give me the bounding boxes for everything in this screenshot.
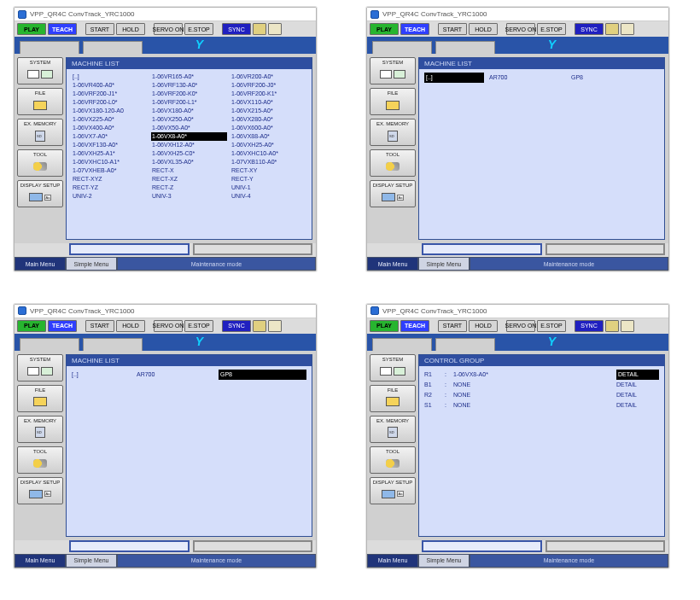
sync-button[interactable]: SYNC [222, 23, 251, 35]
list-item[interactable]: AR700 [137, 370, 213, 380]
list-item[interactable]: 1-06VXL35-A0* [151, 158, 227, 166]
menu-main[interactable]: Main Menu [15, 257, 66, 271]
list-item[interactable]: 1-06VX280-A0* [230, 115, 306, 124]
clipboard-icon[interactable] [605, 23, 619, 35]
list-item[interactable]: 1-06VX600-A0* [230, 124, 306, 132]
list-item[interactable]: 1-07VXB110-A0* [230, 158, 306, 166]
list-item[interactable]: UNIV-3 [151, 192, 227, 201]
detail-button[interactable]: DETAIL [616, 390, 659, 400]
tab-2[interactable] [83, 41, 143, 54]
menu-simple[interactable]: Simple Menu [66, 257, 117, 271]
sidebar-tool[interactable]: TOOL [370, 149, 416, 177]
list-item[interactable]: 1-06VRF200-L1* [151, 98, 227, 107]
sidebar-exmemory[interactable]: EX. MEMORY [17, 416, 63, 443]
sidebar-exmemory[interactable]: EX. MEMORY [370, 416, 416, 443]
sidebar-exmemory[interactable]: EX. MEMORY [370, 119, 416, 146]
list-item[interactable]: 1-06VXH12-A0* [151, 141, 227, 149]
list-item[interactable]: 1-06VRF200-J1* [72, 90, 148, 98]
list-item[interactable]: 1-06VX88-A0* [230, 132, 306, 141]
sidebar-display[interactable]: DISPLAY SETUPAa [370, 477, 416, 504]
list-item[interactable]: 1-06VX215-A0* [230, 107, 306, 115]
list-item[interactable]: 1-06VX8-A0* [151, 132, 227, 141]
list-item[interactable]: 1-06VXHC10-A1* [72, 158, 148, 166]
sidebar-display[interactable]: DISPLAY SETUPAa [17, 477, 63, 504]
list-item[interactable]: RECT-Z [151, 183, 227, 192]
sidebar-tool[interactable]: TOOL [17, 446, 63, 474]
list-item[interactable]: 1-06VRF200-K1* [230, 90, 306, 98]
servo-button[interactable]: SERVO ON [506, 23, 535, 35]
sidebar-exmemory[interactable]: EX. MEMORY [17, 119, 63, 146]
sidebar-tool[interactable]: TOOL [17, 149, 63, 177]
sidebar-file[interactable]: FILE [370, 88, 416, 115]
list-item[interactable]: 1-06VRF200-L0* [72, 98, 148, 107]
list-item[interactable]: RECT-XY [230, 166, 306, 175]
list-item[interactable]: 1-07VXHEB-A0* [72, 166, 148, 175]
list-item[interactable]: 1-06VX180-A0* [151, 107, 227, 115]
tab-1[interactable] [20, 41, 79, 54]
list-item[interactable]: RECT-YZ [72, 183, 148, 192]
list-item[interactable]: 1-06VX7-A0* [72, 132, 148, 141]
play-button[interactable]: PLAY [370, 23, 399, 35]
clipboard-icon[interactable] [253, 23, 266, 35]
teach-button[interactable]: TEACH [48, 23, 77, 35]
list-item[interactable]: 1-06VX400-A0* [72, 124, 148, 132]
list-item[interactable]: 1-06VRF130-A0* [151, 81, 227, 90]
start-button[interactable]: START [438, 23, 467, 35]
list-item[interactable]: 1-06VXH25-A1* [72, 149, 148, 158]
start-button[interactable]: START [85, 23, 114, 35]
list-item[interactable]: 1-06VR400-A0* [72, 81, 148, 90]
list-item[interactable]: RECT-Y [230, 175, 306, 183]
sync-button[interactable]: SYNC [575, 23, 604, 35]
detail-button[interactable]: DETAIL [616, 370, 659, 380]
teach-button[interactable]: TEACH [400, 23, 429, 35]
list-item[interactable]: RECT-XZ [151, 175, 227, 183]
detail-button[interactable]: DETAIL [616, 400, 659, 411]
sidebar-display[interactable]: DISPLAY SETUP Aa [17, 180, 63, 207]
list-item[interactable]: 1-06VX180-120-A0 [72, 107, 148, 115]
list-item[interactable]: 1-06VRF200-J0* [230, 81, 306, 90]
list-item[interactable]: UNIV-4 [230, 192, 306, 201]
list-item[interactable]: 1-06VR200-A0* [230, 73, 306, 81]
list-item[interactable]: UNIV-1 [230, 183, 306, 192]
hold-button[interactable]: HOLD [116, 23, 145, 35]
list-item[interactable]: GP8 [219, 370, 306, 380]
sidebar-tool[interactable]: TOOL [370, 446, 416, 474]
trash-icon[interactable] [268, 23, 282, 35]
sidebar-system[interactable]: SYSTEM [17, 354, 63, 382]
list-item[interactable]: 1-06VRF200-K0* [151, 90, 227, 98]
sidebar-system[interactable]: SYSTEM [370, 354, 416, 382]
sidebar-system[interactable]: SYSTEM [370, 57, 416, 84]
list-item[interactable]: 1-06VR165-A0* [151, 73, 227, 81]
menu-main[interactable]: Main Menu [367, 257, 418, 271]
menu-maint[interactable]: Maintenance mode [470, 257, 668, 271]
menu-maint[interactable]: Maintenance mode [117, 257, 316, 271]
list-item[interactable]: 1-06VXH25-C0* [151, 149, 227, 158]
sidebar-file[interactable]: FILE [17, 88, 63, 115]
estop-button[interactable]: E.STOP [184, 23, 213, 35]
detail-button[interactable]: DETAIL [616, 380, 659, 390]
input-field-2[interactable] [193, 243, 313, 255]
sidebar-system[interactable]: SYSTEM [17, 57, 63, 84]
list-item[interactable]: 1-06VX50-A0* [151, 124, 227, 132]
list-item[interactable]: 1-06VXHC10-A0* [230, 149, 306, 158]
play-button[interactable]: PLAY [17, 23, 46, 35]
sidebar-display[interactable]: DISPLAY SETUPAa [370, 180, 416, 207]
list-item[interactable]: 1-06VX110-A0* [230, 98, 306, 107]
list-item[interactable]: GP8 [571, 73, 659, 83]
list-item[interactable]: [..] [72, 370, 131, 380]
list-item[interactable]: AR700 [489, 73, 566, 83]
list-item[interactable]: UNIV-2 [72, 192, 148, 201]
list-item[interactable]: 1-06VX225-A0* [72, 115, 148, 124]
estop-button[interactable]: E.STOP [537, 23, 566, 35]
list-item[interactable]: 1-06VXF130-A0* [72, 141, 148, 149]
list-item[interactable]: RECT-XYZ [72, 175, 148, 183]
input-field-1[interactable] [69, 243, 190, 255]
servo-button[interactable]: SERVO ON [154, 23, 183, 35]
list-item[interactable]: 1-06VXH25-A0* [230, 141, 306, 149]
list-item[interactable]: RECT-X [151, 166, 227, 175]
sidebar-file[interactable]: FILE [17, 385, 63, 412]
sidebar-file[interactable]: FILE [370, 385, 416, 412]
hold-button[interactable]: HOLD [469, 23, 498, 35]
list-item[interactable]: [..] [424, 73, 484, 83]
trash-icon[interactable] [621, 23, 634, 35]
